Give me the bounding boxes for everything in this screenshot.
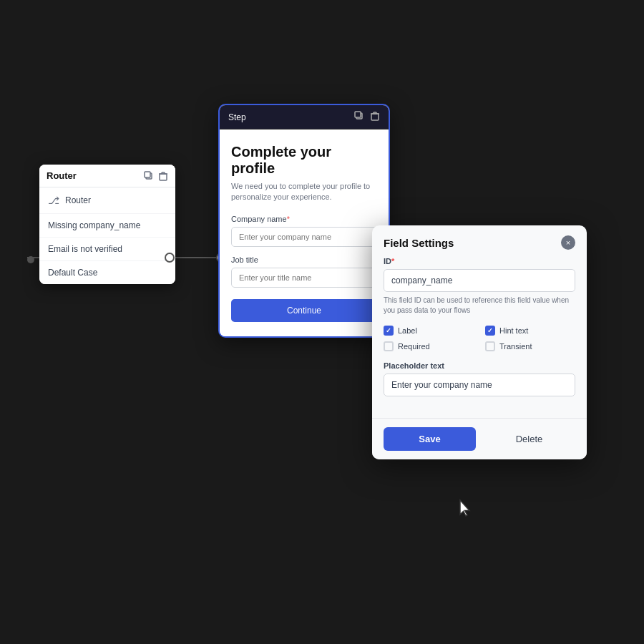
router-right-connector bbox=[165, 253, 175, 263]
left-connector-dot bbox=[27, 256, 34, 263]
placeholder-input[interactable] bbox=[384, 374, 575, 396]
company-name-input[interactable] bbox=[231, 227, 377, 247]
router-item-email: Email is not verified bbox=[39, 238, 175, 261]
step-node-header: Step bbox=[220, 105, 389, 130]
canvas: Router bbox=[0, 0, 644, 644]
step-node: Step bbox=[218, 104, 390, 338]
svg-rect-10 bbox=[355, 112, 361, 117]
cursor-pointer bbox=[457, 499, 474, 519]
id-field-label: ID* bbox=[384, 257, 575, 265]
router-item-1-label: Missing company_name bbox=[48, 220, 140, 230]
modal-header: Field Settings × bbox=[372, 225, 587, 257]
company-name-required: * bbox=[287, 215, 290, 223]
label-checkbox-label: Label bbox=[398, 326, 417, 335]
placeholder-field-label: Placeholder text bbox=[384, 361, 575, 370]
continue-button[interactable]: Continue bbox=[231, 299, 377, 322]
id-help-text: This field ID can be used to reference t… bbox=[384, 296, 575, 316]
router-item-0-label: Router bbox=[65, 195, 91, 205]
router-node-title: Router bbox=[47, 170, 77, 181]
required-checkbox-label: Required bbox=[398, 342, 430, 351]
router-delete-icon[interactable] bbox=[158, 171, 168, 181]
router-node-header: Router bbox=[39, 165, 175, 187]
router-item-2-label: Email is not verified bbox=[48, 244, 122, 254]
step-delete-icon[interactable] bbox=[370, 111, 380, 123]
step-copy-icon[interactable] bbox=[354, 111, 364, 123]
required-checkbox[interactable] bbox=[384, 341, 394, 351]
profile-title: Complete your profile bbox=[231, 144, 377, 177]
hint-checkbox[interactable] bbox=[485, 326, 495, 336]
hint-checkbox-label: Hint text bbox=[499, 326, 528, 335]
id-input[interactable] bbox=[384, 269, 575, 292]
step-node-title: Step bbox=[228, 112, 246, 122]
profile-subtitle: We need you to complete your profile to … bbox=[231, 181, 377, 203]
router-node-icons bbox=[144, 171, 168, 181]
step-node-body: Complete your profile We need you to com… bbox=[220, 130, 389, 336]
transient-checkbox-row: Transient bbox=[485, 341, 575, 351]
job-title-label: Job title bbox=[231, 255, 377, 264]
label-checkbox[interactable] bbox=[384, 326, 394, 336]
save-button[interactable]: Save bbox=[384, 427, 476, 451]
checkbox-grid: Label Hint text Required Transient bbox=[384, 326, 575, 351]
id-field-group: ID* This field ID can be used to referen… bbox=[384, 257, 575, 316]
step-node-icons bbox=[354, 111, 380, 123]
delete-button[interactable]: Delete bbox=[483, 427, 575, 451]
router-node: Router bbox=[39, 165, 175, 284]
transient-checkbox-label: Transient bbox=[499, 342, 532, 351]
hint-checkbox-row: Hint text bbox=[485, 326, 575, 336]
svg-rect-4 bbox=[160, 174, 167, 180]
required-checkbox-row: Required bbox=[384, 341, 474, 351]
modal-body: ID* This field ID can be used to referen… bbox=[372, 257, 587, 418]
svg-rect-11 bbox=[371, 114, 379, 120]
company-name-label: Company name* bbox=[231, 215, 377, 223]
field-settings-modal: Field Settings × ID* This field ID can b… bbox=[372, 225, 587, 459]
router-brand-item: ⎇ Router bbox=[39, 187, 175, 214]
router-item-3-label: Default Case bbox=[48, 268, 97, 278]
modal-title: Field Settings bbox=[384, 237, 454, 249]
svg-rect-3 bbox=[145, 172, 150, 177]
placeholder-field-group: Placeholder text bbox=[384, 361, 575, 396]
id-required-mark: * bbox=[391, 257, 394, 265]
router-item-missing: Missing company_name bbox=[39, 214, 175, 238]
label-checkbox-row: Label bbox=[384, 326, 474, 336]
modal-footer: Save Delete bbox=[372, 418, 587, 459]
router-branch-icon: ⎇ bbox=[48, 195, 59, 206]
transient-checkbox[interactable] bbox=[485, 341, 495, 351]
job-title-input[interactable] bbox=[231, 268, 377, 288]
router-item-default: Default Case bbox=[39, 261, 175, 284]
modal-close-button[interactable]: × bbox=[561, 235, 575, 250]
router-items-list: ⎇ Router Missing company_name Email is n… bbox=[39, 187, 175, 284]
router-copy-icon[interactable] bbox=[144, 171, 154, 181]
